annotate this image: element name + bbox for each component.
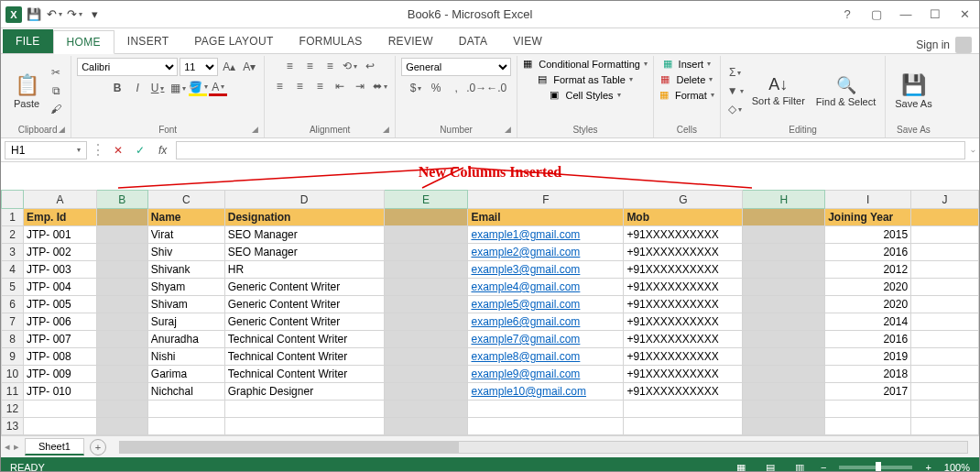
cell[interactable]: JTP- 005 bbox=[23, 296, 96, 313]
dialog-launcher-icon[interactable]: ◢ bbox=[59, 125, 65, 134]
cell[interactable]: example9@gmail.com bbox=[468, 366, 624, 383]
sort-filter-button[interactable]: A↓Sort & Filter bbox=[748, 73, 809, 108]
cell[interactable] bbox=[743, 209, 825, 226]
column-header-A[interactable]: A bbox=[23, 191, 96, 209]
cell[interactable] bbox=[743, 331, 825, 348]
cell[interactable]: Nishi bbox=[147, 348, 224, 366]
cell[interactable] bbox=[468, 401, 624, 418]
cell[interactable] bbox=[23, 418, 96, 435]
cell[interactable]: example1@gmail.com bbox=[468, 226, 624, 244]
cell[interactable]: example2@gmail.com bbox=[468, 244, 624, 261]
cell[interactable]: Shyam bbox=[147, 279, 224, 296]
cell[interactable] bbox=[911, 366, 979, 383]
cell[interactable]: 2020 bbox=[825, 279, 911, 296]
cell[interactable] bbox=[743, 226, 825, 244]
cell[interactable] bbox=[743, 401, 825, 418]
close-icon[interactable]: ✕ bbox=[953, 5, 975, 24]
cell[interactable] bbox=[911, 279, 979, 296]
cell[interactable] bbox=[911, 418, 979, 435]
sign-in-link[interactable]: Sign in bbox=[916, 37, 979, 53]
cell[interactable] bbox=[911, 348, 979, 366]
normal-view-icon[interactable]: ▦ bbox=[733, 462, 749, 473]
redo-icon[interactable]: ↷▾ bbox=[65, 5, 83, 24]
column-header-C[interactable]: C bbox=[147, 191, 224, 209]
cell[interactable] bbox=[743, 366, 825, 383]
cell[interactable]: example6@gmail.com bbox=[468, 313, 624, 331]
cell[interactable]: Shivam bbox=[147, 296, 224, 313]
cell[interactable] bbox=[911, 401, 979, 418]
cell[interactable] bbox=[96, 401, 147, 418]
enter-formula-icon[interactable]: ✓ bbox=[131, 142, 149, 159]
cell[interactable]: SEO Manager bbox=[224, 244, 384, 261]
cell[interactable]: 2012 bbox=[825, 261, 911, 279]
expand-formula-bar-icon[interactable]: ⌵ bbox=[971, 146, 975, 154]
cell[interactable] bbox=[743, 313, 825, 331]
zoom-in-button[interactable]: + bbox=[925, 462, 931, 472]
border-icon[interactable]: ▦▾ bbox=[169, 80, 187, 96]
cell[interactable] bbox=[96, 348, 147, 366]
cell[interactable]: example10@gmail.com bbox=[468, 383, 624, 401]
row-header-2[interactable]: 2 bbox=[2, 226, 24, 244]
row-header-10[interactable]: 10 bbox=[2, 366, 24, 383]
cell[interactable]: +91XXXXXXXXXX bbox=[624, 296, 743, 313]
cell[interactable] bbox=[384, 209, 468, 226]
cell[interactable] bbox=[384, 296, 468, 313]
tab-page-layout[interactable]: PAGE LAYOUT bbox=[181, 29, 286, 53]
cell[interactable]: Email bbox=[468, 209, 624, 226]
font-size-select[interactable]: 11 bbox=[180, 58, 218, 76]
cell[interactable]: Generic Content Writer bbox=[224, 296, 384, 313]
cell[interactable]: 2019 bbox=[825, 348, 911, 366]
cell[interactable]: Graphic Designer bbox=[224, 383, 384, 401]
format-as-table-button[interactable]: ▤ Format as Table▾ bbox=[538, 73, 633, 85]
align-right-icon[interactable]: ≡ bbox=[310, 78, 329, 94]
column-header-H[interactable]: H bbox=[743, 191, 825, 209]
cell[interactable] bbox=[911, 226, 979, 244]
cell[interactable]: Generic Content Writer bbox=[224, 279, 384, 296]
autosum-icon[interactable]: Σ▾ bbox=[726, 64, 745, 81]
bold-button[interactable]: B bbox=[108, 80, 126, 96]
row-header-11[interactable]: 11 bbox=[2, 383, 24, 401]
cell[interactable]: JTP- 009 bbox=[23, 366, 96, 383]
cell[interactable] bbox=[96, 418, 147, 435]
cell[interactable] bbox=[96, 296, 147, 313]
decrease-font-icon[interactable]: A▾ bbox=[240, 59, 258, 75]
cell[interactable]: +91XXXXXXXXXX bbox=[624, 279, 743, 296]
tab-review[interactable]: REVIEW bbox=[376, 29, 446, 53]
column-header-I[interactable]: I bbox=[825, 191, 911, 209]
cell[interactable]: JTP- 001 bbox=[23, 226, 96, 244]
tab-view[interactable]: VIEW bbox=[500, 29, 555, 53]
cell[interactable]: 2020 bbox=[825, 296, 911, 313]
cell[interactable] bbox=[96, 209, 147, 226]
cell[interactable] bbox=[384, 366, 468, 383]
increase-decimal-icon[interactable]: .0→ bbox=[467, 80, 485, 96]
cell[interactable] bbox=[384, 383, 468, 401]
cell[interactable]: Joining Year bbox=[825, 209, 911, 226]
italic-button[interactable]: I bbox=[128, 80, 147, 96]
cut-icon[interactable]: ✂ bbox=[47, 64, 65, 81]
cell[interactable]: Designation bbox=[224, 209, 384, 226]
cell[interactable]: Technical Content Writer bbox=[224, 366, 384, 383]
cell[interactable]: Anuradha bbox=[147, 331, 224, 348]
fill-color-icon[interactable]: 🪣▾ bbox=[189, 80, 207, 96]
cell[interactable] bbox=[147, 418, 224, 435]
merge-icon[interactable]: ⬌▾ bbox=[371, 78, 389, 94]
tab-data[interactable]: DATA bbox=[446, 29, 500, 53]
cell[interactable] bbox=[96, 226, 147, 244]
align-center-icon[interactable]: ≡ bbox=[290, 78, 309, 94]
increase-indent-icon[interactable]: ⇥ bbox=[351, 78, 369, 94]
column-header-F[interactable]: F bbox=[468, 191, 624, 209]
page-layout-view-icon[interactable]: ▤ bbox=[762, 462, 779, 473]
dialog-launcher-icon[interactable]: ◢ bbox=[383, 125, 389, 134]
cell[interactable]: Garima bbox=[147, 366, 224, 383]
cell[interactable] bbox=[96, 279, 147, 296]
cell[interactable]: 2016 bbox=[825, 331, 911, 348]
row-header-4[interactable]: 4 bbox=[2, 261, 24, 279]
cell[interactable] bbox=[911, 244, 979, 261]
clear-icon[interactable]: ◇▾ bbox=[726, 101, 745, 117]
qat-customize-icon[interactable]: ▾ bbox=[85, 5, 103, 24]
cell[interactable]: JTP- 010 bbox=[23, 383, 96, 401]
fill-icon[interactable]: ▼▾ bbox=[726, 82, 745, 99]
cell[interactable] bbox=[911, 261, 979, 279]
insert-cells-button[interactable]: ▦ Insert▾ bbox=[663, 58, 712, 70]
cell[interactable] bbox=[825, 401, 911, 418]
